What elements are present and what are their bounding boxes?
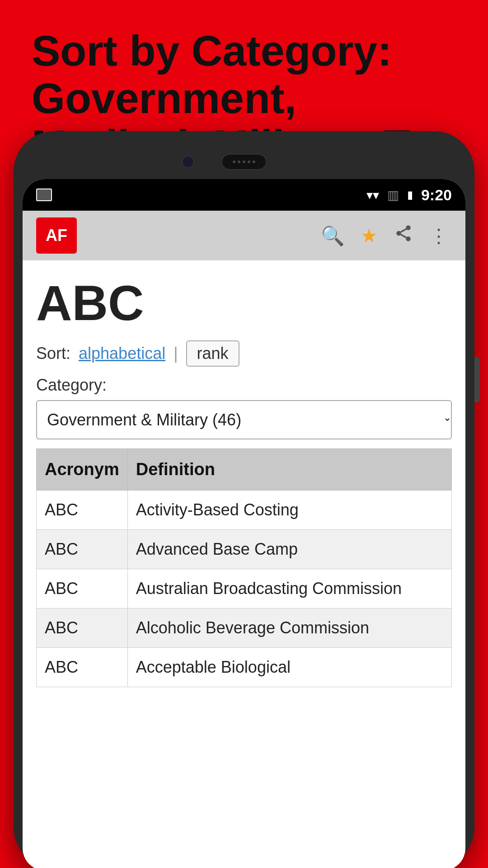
table-row[interactable]: ABCAlcoholic Beverage Commission [37,609,452,648]
phone-screen: ▾▾ ▥ ▮ 9:20 AF 🔍 ★ ⋮ ABC [23,179,465,868]
cell-acronym: ABC [37,569,128,609]
search-icon[interactable]: 🔍 [317,221,348,250]
cell-definition: Acceptable Biological [127,648,451,687]
sort-label: Sort: [36,344,70,363]
status-left [36,189,52,201]
status-time: 9:20 [421,186,452,204]
notification-icon [36,189,52,201]
sort-row: Sort: alphabetical | rank [36,340,452,367]
svg-point-2 [406,236,411,241]
cell-acronym: ABC [37,491,128,530]
status-bar: ▾▾ ▥ ▮ 9:20 [23,179,465,211]
battery-icon: ▮ [407,189,413,201]
phone-top-bezel [23,140,465,179]
cell-definition: Advanced Base Camp [127,530,451,569]
cell-definition: Australian Broadcasting Commission [127,569,451,609]
share-icon[interactable] [390,220,417,251]
sort-divider: | [174,344,178,363]
acronym-title: ABC [36,274,452,331]
speaker-grille [221,154,267,170]
category-select[interactable]: Government & Military (46) Medical Techn… [36,400,452,439]
cell-acronym: ABC [37,648,128,687]
app-toolbar: AF 🔍 ★ ⋮ [23,211,465,260]
more-options-icon[interactable]: ⋮ [426,221,452,250]
cell-acronym: ABC [37,609,128,648]
svg-point-0 [406,226,411,231]
category-row: Category: Government & Military (46) Med… [36,376,452,439]
phone-device: ▾▾ ▥ ▮ 9:20 AF 🔍 ★ ⋮ ABC [14,131,474,868]
volume-button[interactable] [474,357,480,402]
status-right: ▾▾ ▥ ▮ 9:20 [366,186,452,204]
svg-line-3 [401,235,406,238]
column-header-definition: Definition [127,449,451,491]
front-camera [182,156,194,168]
svg-point-1 [396,231,401,236]
table-row[interactable]: ABCAustralian Broadcasting Commission [37,569,452,609]
cell-acronym: ABC [37,530,128,569]
main-content: ABC Sort: alphabetical | rank Category: … [23,260,465,687]
table-row[interactable]: ABCAcceptable Biological [37,648,452,687]
wifi-icon: ▾▾ [366,188,379,203]
sort-alphabetical[interactable]: alphabetical [79,344,165,363]
category-label: Category: [36,376,452,395]
table-row[interactable]: ABCActivity-Based Costing [37,491,452,530]
favorite-icon[interactable]: ★ [357,221,381,250]
app-logo: AF [36,217,77,254]
table-header-row: Acronym Definition [37,449,452,491]
signal-icon: ▥ [387,188,399,203]
cell-definition: Alcoholic Beverage Commission [127,609,451,648]
svg-line-4 [401,229,406,232]
cell-definition: Activity-Based Costing [127,491,451,530]
sort-rank-button[interactable]: rank [186,340,239,367]
table-row[interactable]: ABCAdvanced Base Camp [37,530,452,569]
column-header-acronym: Acronym [37,449,128,491]
acronym-table: Acronym Definition ABCActivity-Based Cos… [36,448,452,687]
